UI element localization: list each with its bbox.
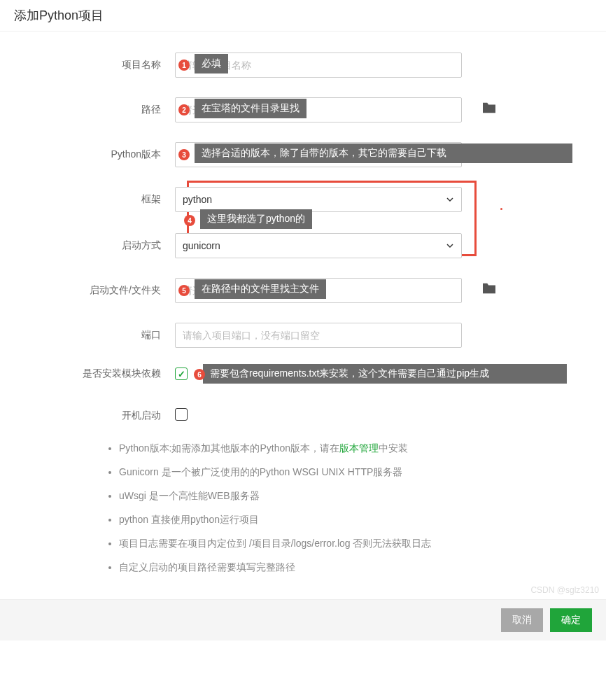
label-framework: 框架 [0, 193, 175, 206]
note-3: uWsgi 是一个高性能WEB服务器 [119, 490, 592, 503]
tooltip-3: 选择合适的版本，除了自带的版本，其它的需要自己下载 [195, 144, 572, 163]
cancel-button[interactable]: 取消 [501, 608, 543, 632]
framework-value: python [183, 194, 212, 205]
chevron-down-icon [446, 241, 454, 250]
framework-group: 框架 python 4 这里我都选了python的 启动方式 gunicorn [0, 187, 606, 258]
path-browse-button[interactable] [481, 102, 497, 116]
row-startmode: 启动方式 gunicorn [0, 233, 606, 258]
tooltip-2: 在宝塔的文件目录里找 [195, 99, 306, 118]
tooltip-4: 这里我都选了python的 [200, 209, 312, 229]
note-1-suffix: 中安装 [379, 442, 408, 454]
note-1-prefix: Python版本:如需添加其他版本的Python版本，请在 [119, 442, 339, 454]
badge-1: 1 [178, 59, 190, 71]
checkbox-autostart[interactable] [175, 408, 188, 421]
row-python-version: Python版本 3 3 选择合适的版本，除了自带的版本，其它的需要自己下载 [0, 142, 606, 167]
badge-2: 2 [178, 104, 190, 115]
row-deps: 是否安装模块依赖 6 需要包含requirements.txt来安装，这个文件需… [0, 368, 606, 380]
row-framework: 框架 python 4 这里我都选了python的 [0, 187, 606, 212]
label-startmode: 启动方式 [0, 239, 175, 252]
checkbox-deps[interactable] [175, 368, 188, 380]
note-list: Python版本:如需添加其他版本的Python版本，请在版本管理中安装 Gun… [105, 442, 606, 574]
version-manage-link[interactable]: 版本管理 [339, 442, 379, 454]
dialog-title: 添加Python项目 [0, 0, 606, 31]
add-python-project-dialog: 添加Python项目 项目名称 1 必填 路径 2 在宝塔的文件目录里找 [0, 0, 606, 640]
label-startfile: 启动文件/文件夹 [0, 284, 175, 297]
note-2: Gunicorn 是一个被广泛使用的的Python WSGI UNIX HTTP… [119, 466, 592, 479]
tooltip-1: 必填 [195, 54, 228, 74]
folder-icon [481, 102, 497, 114]
chevron-down-icon [446, 195, 454, 204]
folder-icon [481, 282, 497, 295]
note-4: python 直接使用python运行项目 [119, 514, 592, 526]
label-project-name: 项目名称 [0, 59, 175, 71]
label-path: 路径 [0, 104, 175, 116]
badge-3: 3 [178, 149, 190, 160]
row-port: 端口 [0, 323, 606, 348]
badge-6: 6 [194, 369, 205, 380]
row-startfile: 启动文件/文件夹 5 在路径中的文件里找主文件 [0, 278, 606, 303]
badge-5: 5 [178, 285, 190, 296]
note-5: 项目日志需要在项目内定位到 /项目目录/logs/error.log 否则无法获… [119, 538, 592, 550]
row-path: 路径 2 在宝塔的文件目录里找 [0, 97, 606, 122]
badge-4: 4 [184, 215, 195, 226]
select-framework[interactable]: python [175, 187, 462, 212]
startmode-value: gunicorn [183, 240, 220, 251]
input-port[interactable] [175, 323, 462, 348]
tooltip-5: 在路径中的文件里找主文件 [195, 279, 326, 299]
form-body: 项目名称 1 必填 路径 2 在宝塔的文件目录里找 Python版本 [0, 31, 606, 599]
note-6: 自定义启动的项目路径需要填写完整路径 [119, 561, 592, 574]
label-deps: 是否安装模块依赖 [0, 368, 175, 380]
startfile-browse-button[interactable] [481, 282, 497, 297]
note-1: Python版本:如需添加其他版本的Python版本，请在版本管理中安装 [119, 442, 592, 455]
confirm-button[interactable]: 确定 [550, 608, 592, 632]
row-project-name: 项目名称 1 必填 [0, 52, 606, 78]
row-autostart: 开机启动 [0, 408, 606, 423]
tooltip-6: 需要包含requirements.txt来安装，这个文件需要自己通过pip生成 [203, 364, 567, 384]
watermark: CSDN @sglz3210 [530, 585, 599, 595]
dialog-footer: 取消 确定 [0, 599, 606, 640]
label-python-version: Python版本 [0, 148, 175, 161]
select-startmode[interactable]: gunicorn [175, 233, 462, 258]
label-port: 端口 [0, 329, 175, 342]
label-autostart: 开机启动 [0, 410, 175, 422]
